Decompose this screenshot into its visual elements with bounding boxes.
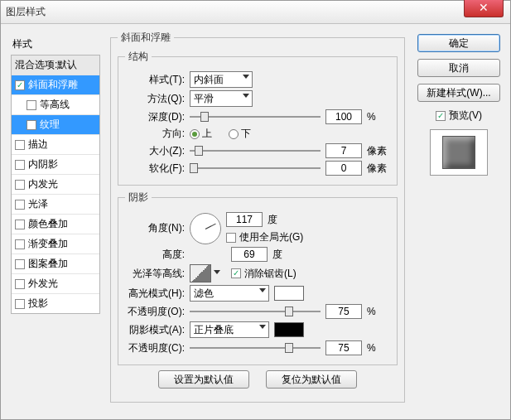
highlight-color-swatch[interactable] (274, 286, 304, 301)
close-button[interactable]: ✕ (464, 0, 504, 17)
style-list-label: 描边 (28, 138, 48, 152)
size-label: 大小(Z): (125, 144, 185, 158)
style-list-item[interactable]: 投影 (12, 294, 99, 313)
antialias-checkbox[interactable]: ✓消除锯齿(L) (231, 267, 296, 281)
style-list-item[interactable]: 光泽 (12, 195, 99, 215)
layer-style-dialog: 图层样式 ✕ 样式 混合选项:默认✓斜面和浮雕等高线纹理描边内阴影内发光光泽颜色… (0, 0, 511, 420)
style-list-label: 内阴影 (28, 157, 58, 171)
highlight-opacity-label: 不透明度(O): (125, 305, 185, 319)
set-default-button[interactable]: 设置为默认值 (158, 370, 249, 389)
style-list-item[interactable]: 图案叠加 (12, 254, 99, 274)
angle-label: 角度(N): (125, 221, 185, 235)
shadow-color-swatch[interactable] (274, 322, 304, 337)
highlight-opacity-input[interactable]: 75 (325, 304, 362, 319)
style-list-label: 颜色叠加 (28, 217, 68, 231)
style-label: 样式(T): (125, 73, 185, 87)
checkbox-icon[interactable] (15, 140, 25, 150)
altitude-label: 高度: (125, 248, 185, 262)
chevron-down-icon (259, 325, 266, 329)
checkbox-icon[interactable] (15, 160, 25, 170)
style-list-label: 投影 (28, 297, 48, 311)
shadow-mode-combo[interactable]: 正片叠底 (190, 321, 269, 338)
chevron-down-icon (243, 75, 249, 79)
soften-input[interactable]: 0 (325, 161, 362, 176)
shadow-opacity-slider[interactable] (190, 341, 321, 355)
checkbox-icon[interactable] (15, 239, 25, 249)
style-list-item[interactable]: ✓斜面和浮雕 (12, 75, 99, 95)
direction-up-radio[interactable]: 上 (190, 127, 212, 141)
highlight-opacity-slider[interactable] (190, 305, 321, 318)
checkbox-icon[interactable] (15, 200, 25, 210)
chevron-down-icon (214, 270, 220, 274)
new-style-button[interactable]: 新建样式(W)... (417, 84, 500, 102)
highlight-mode-combo[interactable]: 滤色 (190, 285, 269, 302)
window-title: 图层样式 (6, 5, 46, 19)
preview-box (430, 129, 488, 176)
contour-picker[interactable] (190, 264, 211, 282)
depth-unit: % (367, 111, 390, 123)
checkbox-icon[interactable] (27, 120, 36, 130)
style-combo[interactable]: 内斜面 (190, 71, 253, 88)
size-unit: 像素 (367, 144, 390, 158)
style-list-item[interactable]: 纹理 (12, 115, 99, 135)
method-combo[interactable]: 平滑 (190, 90, 253, 107)
checkbox-icon[interactable] (15, 299, 25, 309)
style-list-item[interactable]: 渐变叠加 (12, 234, 99, 254)
preview-checkbox[interactable]: ✓预览(V) (436, 109, 482, 123)
shadow-opacity-input[interactable]: 75 (325, 340, 362, 355)
style-list-label: 纹理 (40, 118, 60, 132)
styles-panel: 样式 混合选项:默认✓斜面和浮雕等高线纹理描边内阴影内发光光泽颜色叠加渐变叠加图… (11, 34, 100, 314)
angle-input[interactable]: 117 (226, 212, 263, 227)
reset-default-button[interactable]: 复位为默认值 (266, 370, 357, 389)
style-list-item[interactable]: 等高线 (12, 95, 99, 115)
style-list-label: 渐变叠加 (28, 237, 68, 251)
style-list-label: 图案叠加 (28, 257, 68, 271)
size-slider[interactable] (190, 144, 321, 157)
checkbox-icon[interactable] (27, 100, 36, 110)
style-list-label: 等高线 (40, 98, 70, 112)
preview-swatch (442, 136, 475, 169)
size-input[interactable]: 7 (325, 143, 362, 158)
contour-label: 光泽等高线: (125, 267, 185, 281)
style-list-item[interactable]: 内阴影 (12, 155, 99, 175)
soften-label: 软化(F): (125, 162, 185, 176)
direction-label: 方向: (125, 127, 185, 141)
checkbox-icon[interactable] (15, 220, 25, 229)
ok-button[interactable]: 确定 (417, 34, 500, 52)
structure-group: 结构 样式(T): 内斜面 方法(Q): 平滑 深度(D): 100 % (118, 50, 398, 186)
depth-input[interactable]: 100 (325, 109, 362, 124)
altitude-unit: 度 (272, 248, 282, 262)
style-list-item[interactable]: 描边 (12, 135, 99, 155)
chevron-down-icon (243, 94, 249, 98)
action-panel: 确定 取消 新建样式(W)... ✓预览(V) (417, 34, 500, 176)
checkbox-icon[interactable] (15, 279, 25, 289)
depth-label: 深度(D): (125, 110, 185, 124)
highlight-opacity-unit: % (367, 306, 390, 317)
style-list-item[interactable]: 颜色叠加 (12, 215, 99, 234)
structure-legend: 结构 (125, 50, 152, 64)
style-list-label: 外发光 (28, 277, 58, 291)
bevel-legend: 斜面和浮雕 (118, 31, 174, 45)
style-list-label: 光泽 (28, 197, 48, 211)
styles-list: 混合选项:默认✓斜面和浮雕等高线纹理描边内阴影内发光光泽颜色叠加渐变叠加图案叠加… (11, 55, 100, 314)
bevel-group: 斜面和浮雕 结构 样式(T): 内斜面 方法(Q): 平滑 深度(D): 100 (110, 31, 405, 403)
styles-header: 样式 (11, 34, 100, 55)
angle-unit: 度 (268, 213, 277, 227)
checkbox-icon[interactable] (15, 259, 25, 269)
altitude-input[interactable]: 69 (231, 247, 268, 262)
shadow-opacity-label: 不透明度(C): (125, 341, 185, 355)
direction-down-radio[interactable]: 下 (229, 127, 251, 141)
angle-dial[interactable] (190, 213, 221, 244)
soften-unit: 像素 (367, 162, 390, 176)
style-list-label: 混合选项:默认 (15, 58, 77, 72)
checkbox-icon[interactable]: ✓ (15, 80, 25, 90)
checkbox-icon[interactable] (15, 180, 25, 190)
style-list-item[interactable]: 外发光 (12, 274, 99, 294)
style-list-item[interactable]: 内发光 (12, 175, 99, 195)
shadow-opacity-unit: % (367, 342, 390, 354)
cancel-button[interactable]: 取消 (417, 59, 500, 77)
depth-slider[interactable] (190, 110, 321, 123)
soften-slider[interactable] (190, 162, 321, 175)
global-light-checkbox[interactable]: 使用全局光(G) (226, 230, 303, 244)
style-list-item[interactable]: 混合选项:默认 (12, 56, 99, 75)
